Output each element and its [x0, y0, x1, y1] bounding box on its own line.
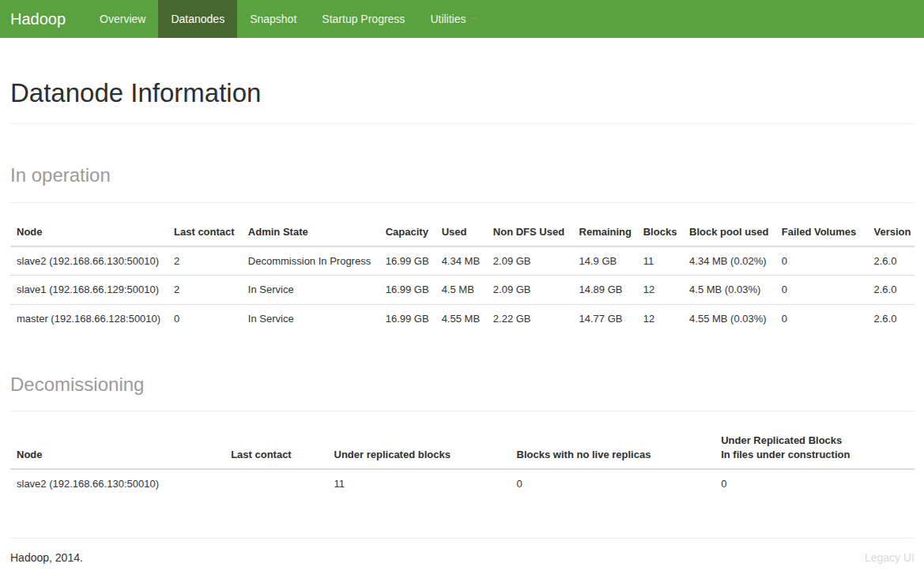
- cell-last-contact: 2: [168, 246, 242, 276]
- nav-item-utilities-label: Utilities: [430, 13, 466, 25]
- in-operation-divider: [10, 202, 915, 203]
- nav-item-startup-progress[interactable]: Startup Progress: [309, 0, 417, 38]
- column-header-remaining: Remaining: [573, 219, 637, 246]
- nav-item-utilities[interactable]: Utilities: [417, 0, 489, 38]
- in-operation-heading: In operation: [10, 165, 915, 186]
- cell-capacity: 16.99 GB: [379, 276, 436, 305]
- nav-item-overview[interactable]: Overview: [87, 0, 158, 38]
- cell-failed-volumes: 0: [775, 276, 868, 305]
- footer-text: Hadoop, 2014.: [10, 551, 83, 564]
- cell-failed-volumes: 0: [775, 305, 868, 333]
- cell-node: slave2 (192.168.66.130:50010): [10, 469, 224, 498]
- cell-blocks: 11: [637, 246, 683, 276]
- cell-capacity: 16.99 GB: [379, 305, 436, 333]
- cell-admin-state: In Service: [242, 305, 379, 333]
- column-header-line1: Under Replicated Blocks: [721, 434, 842, 446]
- table-row-slave1: slave1 (192.168.66.129:50010) 2 In Servi…: [10, 276, 915, 305]
- column-header-last-contact: Last contact: [168, 219, 242, 246]
- cell-remaining: 14.89 GB: [573, 276, 637, 305]
- decommissioning-header-row: Node Last contact Under replicated block…: [10, 427, 915, 469]
- cell-remaining: 14.9 GB: [573, 246, 637, 276]
- cell-last-contact: [224, 469, 327, 498]
- cell-used: 4.55 MB: [436, 305, 487, 333]
- cell-last-contact: 0: [168, 305, 242, 333]
- top-navbar: Hadoop Overview Datanodes Snapshot Start…: [0, 0, 924, 38]
- cell-remaining: 14.77 GB: [573, 305, 637, 333]
- footer: Hadoop, 2014. Legacy UI: [10, 539, 915, 571]
- cell-used: 4.34 MB: [436, 246, 487, 276]
- cell-blocks-no-live-replicas: 0: [511, 469, 715, 498]
- cell-version: 2.6.0: [867, 305, 915, 333]
- column-header-block-pool-used: Block pool used: [683, 219, 775, 246]
- column-header-failed-volumes: Failed Volumes: [775, 219, 868, 246]
- cell-blocks: 12: [637, 305, 683, 333]
- cell-version: 2.6.0: [867, 276, 915, 305]
- title-divider: [10, 123, 915, 124]
- column-header-under-replicated-in-construction: Under Replicated Blocks In files under c…: [715, 427, 915, 469]
- cell-block-pool-used: 4.34 MB (0.02%): [683, 246, 775, 276]
- cell-failed-volumes: 0: [775, 246, 868, 276]
- table-row-decommissioning-slave2: slave2 (192.168.66.130:50010) 11 0 0: [10, 469, 915, 498]
- cell-under-replicated-blocks: 11: [328, 469, 511, 498]
- decommissioning-table: Node Last contact Under replicated block…: [10, 427, 915, 498]
- cell-non-dfs-used: 2.22 GB: [487, 305, 573, 333]
- cell-non-dfs-used: 2.09 GB: [487, 276, 573, 305]
- cell-blocks: 12: [637, 276, 683, 305]
- column-header-blocks: Blocks: [637, 219, 683, 246]
- column-header-node: Node: [10, 427, 224, 469]
- cell-block-pool-used: 4.5 MB (0.03%): [683, 276, 775, 305]
- navbar-nav: Overview Datanodes Snapshot Startup Prog…: [87, 0, 489, 38]
- main-content: Datanode Information In operation Node L…: [0, 79, 924, 571]
- decommissioning-heading: Decomissioning: [10, 374, 915, 395]
- cell-non-dfs-used: 2.09 GB: [487, 246, 573, 276]
- nav-item-datanodes[interactable]: Datanodes: [158, 0, 237, 38]
- column-header-used: Used: [436, 219, 487, 246]
- column-header-version: Version: [867, 219, 915, 246]
- cell-node: master (192.168.66.128:50010): [10, 305, 168, 333]
- page-title: Datanode Information: [10, 79, 915, 107]
- nav-item-snapshot[interactable]: Snapshot: [237, 0, 309, 38]
- column-header-blocks-no-live-replicas: Blocks with no live replicas: [511, 427, 715, 469]
- cell-last-contact: 2: [168, 276, 242, 305]
- cell-admin-state: Decommission In Progress: [242, 246, 379, 276]
- decommissioning-divider: [10, 411, 915, 411]
- column-header-line2: In files under construction: [721, 449, 850, 460]
- caret-down-icon: [471, 17, 477, 21]
- column-header-non-dfs-used: Non DFS Used: [487, 219, 573, 246]
- cell-version: 2.6.0: [867, 246, 915, 276]
- column-header-under-replicated-blocks: Under replicated blocks: [328, 427, 511, 469]
- legacy-ui-link[interactable]: Legacy UI: [865, 551, 915, 564]
- table-row-slave2: slave2 (192.168.66.130:50010) 2 Decommis…: [10, 246, 915, 276]
- in-operation-table: Node Last contact Admin State Capacity U…: [10, 219, 915, 333]
- cell-node: slave2 (192.168.66.130:50010): [10, 246, 168, 276]
- brand-hadoop[interactable]: Hadoop: [0, 0, 77, 38]
- column-header-admin-state: Admin State: [242, 219, 379, 246]
- table-row-master: master (192.168.66.128:50010) 0 In Servi…: [10, 305, 915, 333]
- in-operation-header-row: Node Last contact Admin State Capacity U…: [10, 219, 915, 246]
- column-header-node: Node: [10, 219, 168, 246]
- cell-admin-state: In Service: [242, 276, 379, 305]
- cell-capacity: 16.99 GB: [379, 246, 436, 276]
- cell-used: 4.5 MB: [436, 276, 487, 305]
- cell-block-pool-used: 4.55 MB (0.03%): [683, 305, 775, 333]
- column-header-last-contact: Last contact: [224, 427, 327, 469]
- cell-under-replicated-in-construction: 0: [715, 469, 915, 498]
- column-header-capacity: Capacity: [379, 219, 436, 246]
- cell-node: slave1 (192.168.66.129:50010): [10, 276, 168, 305]
